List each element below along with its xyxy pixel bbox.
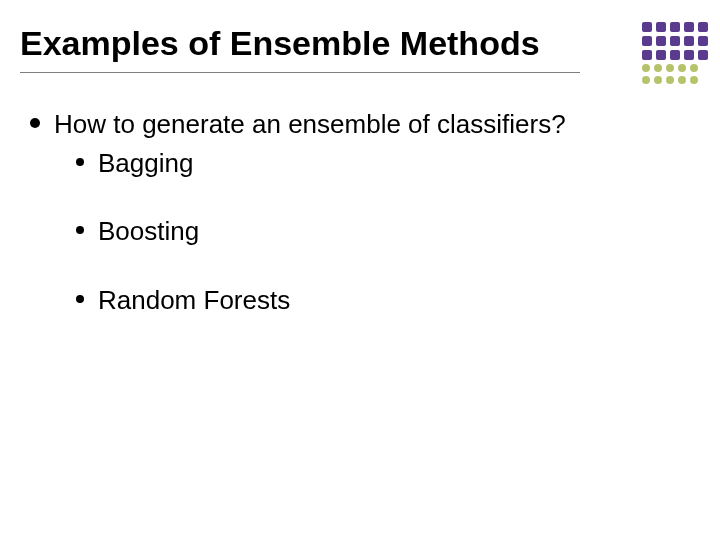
bullet-text: Random Forests bbox=[98, 284, 690, 317]
bullet-text: How to generate an ensemble of classifie… bbox=[54, 108, 690, 141]
deco-dot bbox=[654, 64, 662, 72]
deco-dot bbox=[654, 76, 662, 84]
slide-body: How to generate an ensemble of classifie… bbox=[30, 108, 690, 352]
slide-title: Examples of Ensemble Methods bbox=[20, 24, 540, 63]
deco-dot bbox=[698, 36, 708, 46]
deco-dot bbox=[642, 22, 652, 32]
deco-dot bbox=[698, 22, 708, 32]
deco-dot bbox=[678, 76, 686, 84]
deco-row bbox=[642, 36, 708, 46]
deco-dot bbox=[690, 64, 698, 72]
bullet-level-2: Bagging bbox=[30, 147, 690, 180]
bullet-level-1: How to generate an ensemble of classifie… bbox=[30, 108, 690, 141]
deco-dot bbox=[642, 76, 650, 84]
deco-dot bbox=[656, 22, 666, 32]
bullet-level-2: Random Forests bbox=[30, 284, 690, 317]
bullet-level-2: Boosting bbox=[30, 215, 690, 248]
title-underline bbox=[20, 72, 580, 73]
deco-dot bbox=[656, 36, 666, 46]
bullet-icon bbox=[76, 158, 84, 166]
deco-dot bbox=[698, 50, 708, 60]
deco-dot bbox=[666, 64, 674, 72]
deco-dot bbox=[642, 64, 650, 72]
deco-dot bbox=[670, 22, 680, 32]
deco-dot bbox=[678, 64, 686, 72]
deco-dot bbox=[670, 36, 680, 46]
deco-row bbox=[642, 22, 708, 32]
deco-dot bbox=[642, 50, 652, 60]
deco-dot bbox=[690, 76, 698, 84]
bullet-icon bbox=[30, 118, 40, 128]
bullet-icon bbox=[76, 226, 84, 234]
deco-row bbox=[642, 64, 708, 72]
deco-dot bbox=[656, 50, 666, 60]
deco-row bbox=[642, 76, 708, 84]
deco-dot bbox=[666, 76, 674, 84]
bullet-text: Boosting bbox=[98, 215, 690, 248]
bullet-icon bbox=[76, 295, 84, 303]
deco-dot bbox=[642, 36, 652, 46]
deco-dot bbox=[684, 36, 694, 46]
deco-dot bbox=[684, 22, 694, 32]
corner-decoration bbox=[642, 22, 708, 88]
bullet-text: Bagging bbox=[98, 147, 690, 180]
deco-dot bbox=[670, 50, 680, 60]
deco-dot bbox=[684, 50, 694, 60]
deco-row bbox=[642, 50, 708, 60]
slide: Examples of Ensemble Methods bbox=[0, 0, 720, 540]
